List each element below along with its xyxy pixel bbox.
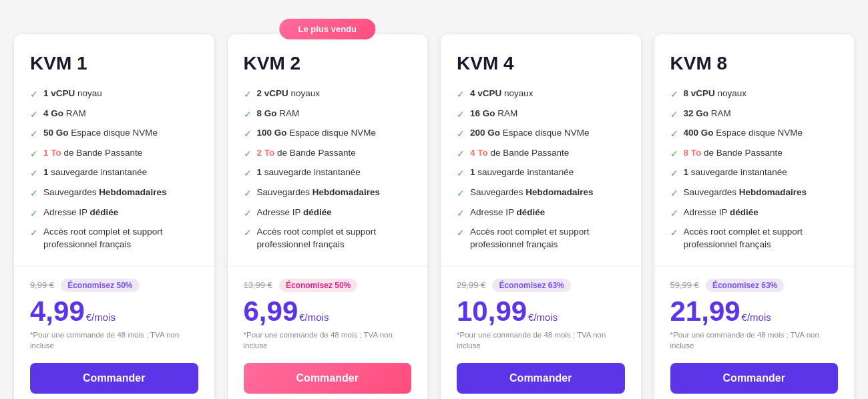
features-list-kvm8: ✓8 vCPU noyaux✓32 Go RAM✓400 Go Espace d… bbox=[670, 88, 839, 251]
check-icon: ✓ bbox=[670, 167, 678, 180]
list-item: ✓Accès root complet et support professio… bbox=[670, 226, 839, 251]
list-item: ✓1 sauvegarde instantanée bbox=[244, 166, 412, 180]
feature-text: 1 sauvegarde instantanée bbox=[470, 166, 574, 179]
feature-text: Adresse IP dédiée bbox=[470, 207, 545, 219]
order-button-kvm8[interactable]: Commander bbox=[670, 363, 839, 394]
feature-text: 2 vCPU noyaux bbox=[257, 88, 320, 100]
feature-text: 1 sauvegarde instantanée bbox=[257, 166, 361, 179]
price-unit: €/mois bbox=[528, 311, 558, 323]
card-title-kvm1: KVM 1 bbox=[30, 53, 198, 74]
check-icon: ✓ bbox=[457, 227, 465, 240]
check-icon: ✓ bbox=[244, 207, 252, 221]
check-icon: ✓ bbox=[457, 167, 465, 180]
main-price: 10,99 €/mois bbox=[457, 297, 625, 325]
check-icon: ✓ bbox=[670, 148, 678, 161]
list-item: ✓4 vCPU noyaux bbox=[457, 88, 625, 102]
check-icon: ✓ bbox=[457, 148, 465, 161]
check-icon: ✓ bbox=[30, 167, 38, 180]
list-item: ✓4 Go RAM bbox=[30, 108, 198, 122]
list-item: ✓2 To de Bande Passante bbox=[244, 147, 412, 161]
price-unit: €/mois bbox=[299, 311, 329, 323]
price-note: *Pour une commande de 48 mois ; TVA non … bbox=[670, 329, 839, 351]
check-icon: ✓ bbox=[244, 227, 252, 240]
list-item: ✓Sauvegardes Hebdomadaires bbox=[30, 186, 198, 201]
features-list-kvm4: ✓4 vCPU noyaux✓16 Go RAM✓200 Go Espace d… bbox=[457, 88, 625, 251]
savings-badge: Économisez 50% bbox=[61, 279, 139, 292]
feature-text: Sauvegardes Hebdomadaires bbox=[43, 186, 167, 199]
card-kvm2: KVM 2✓2 vCPU noyaux✓8 Go RAM✓100 Go Espa… bbox=[227, 33, 429, 399]
list-item: ✓Sauvegardes Hebdomadaires bbox=[244, 186, 412, 201]
list-item: ✓2 vCPU noyaux bbox=[244, 88, 412, 102]
check-icon: ✓ bbox=[30, 148, 38, 161]
price-note: *Pour une commande de 48 mois ; TVA non … bbox=[30, 329, 198, 351]
list-item: ✓200 Go Espace disque NVMe bbox=[457, 127, 625, 141]
list-item: ✓Accès root complet et support professio… bbox=[30, 226, 198, 251]
list-item: ✓1 To de Bande Passante bbox=[30, 147, 198, 161]
feature-text: Accès root complet et support profession… bbox=[43, 226, 198, 251]
feature-text: Accès root complet et support profession… bbox=[257, 226, 412, 251]
check-icon: ✓ bbox=[244, 108, 252, 122]
card-wrapper-kvm1: KVM 1✓1 vCPU noyau✓4 Go RAM✓50 Go Espace… bbox=[13, 33, 215, 399]
feature-text: Sauvegardes Hebdomadaires bbox=[684, 186, 807, 199]
check-icon: ✓ bbox=[30, 108, 38, 122]
original-price: 29,99 € bbox=[457, 280, 485, 290]
divider bbox=[228, 266, 428, 267]
feature-text: 400 Go Espace disque NVMe bbox=[684, 127, 803, 140]
card-title-kvm2: KVM 2 bbox=[244, 53, 412, 74]
feature-text: 8 Go RAM bbox=[257, 108, 300, 120]
pricing-row: 59,99 €Économisez 63% bbox=[670, 279, 839, 292]
main-price: 21,99 €/mois bbox=[670, 297, 839, 325]
order-button-kvm1[interactable]: Commander bbox=[30, 363, 198, 394]
card-wrapper-kvm8: KVM 8✓8 vCPU noyaux✓32 Go RAM✓400 Go Esp… bbox=[654, 33, 855, 399]
original-price: 59,99 € bbox=[670, 280, 699, 290]
feature-text: 200 Go Espace disque NVMe bbox=[470, 127, 590, 140]
original-price: 13,99 € bbox=[244, 280, 272, 290]
order-button-kvm2[interactable]: Commander bbox=[244, 363, 412, 394]
check-icon: ✓ bbox=[244, 128, 252, 141]
check-icon: ✓ bbox=[670, 108, 678, 122]
price-unit: €/mois bbox=[86, 311, 116, 323]
main-price: 4,99 €/mois bbox=[30, 297, 198, 325]
check-icon: ✓ bbox=[670, 227, 678, 240]
savings-badge: Économisez 63% bbox=[492, 279, 570, 292]
check-icon: ✓ bbox=[457, 128, 465, 141]
price-number: 21,99 bbox=[670, 297, 740, 325]
main-price: 6,99 €/mois bbox=[244, 297, 412, 325]
check-icon: ✓ bbox=[457, 88, 465, 102]
features-list-kvm1: ✓1 vCPU noyau✓4 Go RAM✓50 Go Espace disq… bbox=[30, 88, 198, 251]
list-item: ✓Sauvegardes Hebdomadaires bbox=[457, 186, 625, 201]
list-item: ✓8 Go RAM bbox=[244, 108, 412, 122]
order-button-kvm4[interactable]: Commander bbox=[457, 363, 625, 394]
list-item: ✓Accès root complet et support professio… bbox=[457, 226, 625, 251]
check-icon: ✓ bbox=[30, 207, 38, 221]
list-item: ✓Adresse IP dédiée bbox=[30, 207, 198, 221]
card-kvm1: KVM 1✓1 vCPU noyau✓4 Go RAM✓50 Go Espace… bbox=[13, 33, 215, 399]
original-price: 9,99 € bbox=[30, 280, 54, 290]
card-title-kvm4: KVM 4 bbox=[457, 53, 625, 74]
check-icon: ✓ bbox=[670, 128, 678, 141]
pricing-row: 29,99 €Économisez 63% bbox=[457, 279, 625, 292]
feature-text: Adresse IP dédiée bbox=[684, 207, 758, 219]
divider bbox=[441, 266, 641, 267]
feature-text: 1 sauvegarde instantanée bbox=[684, 166, 787, 179]
price-number: 6,99 bbox=[244, 297, 298, 325]
feature-text: Sauvegardes Hebdomadaires bbox=[257, 186, 381, 199]
feature-text: 1 To de Bande Passante bbox=[43, 147, 142, 160]
pricing-row: 9,99 €Économisez 50% bbox=[30, 279, 198, 292]
list-item: ✓100 Go Espace disque NVMe bbox=[244, 127, 412, 141]
check-icon: ✓ bbox=[244, 187, 252, 201]
feature-text: Accès root complet et support profession… bbox=[470, 226, 625, 251]
feature-text: Accès root complet et support profession… bbox=[684, 226, 839, 251]
feature-text: 32 Go RAM bbox=[684, 108, 731, 120]
list-item: ✓8 vCPU noyaux bbox=[670, 88, 839, 102]
feature-text: 4 To de Bande Passante bbox=[470, 147, 569, 160]
pricing-cards-container: KVM 1✓1 vCPU noyau✓4 Go RAM✓50 Go Espace… bbox=[13, 13, 855, 399]
feature-text: 8 To de Bande Passante bbox=[684, 147, 783, 160]
check-icon: ✓ bbox=[30, 88, 38, 102]
list-item: ✓1 sauvegarde instantanée bbox=[670, 166, 839, 180]
feature-text: 50 Go Espace disque NVMe bbox=[43, 127, 158, 140]
list-item: ✓1 vCPU noyau bbox=[30, 88, 198, 102]
check-icon: ✓ bbox=[30, 128, 38, 141]
savings-badge: Économisez 50% bbox=[279, 279, 357, 292]
price-unit: €/mois bbox=[742, 311, 771, 323]
